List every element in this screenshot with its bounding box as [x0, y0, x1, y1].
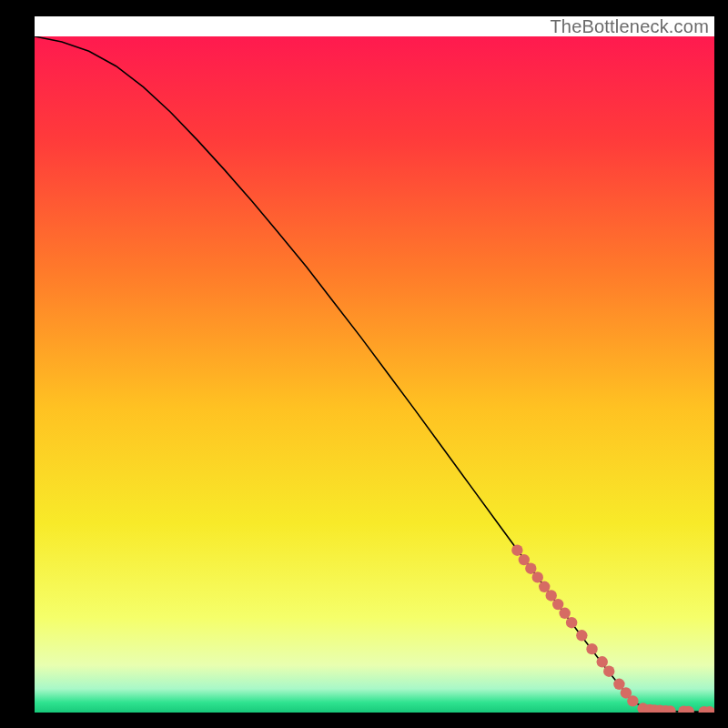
- data-point: [559, 608, 570, 619]
- data-point: [603, 665, 614, 676]
- watermark-text: TheBottleneck.com: [550, 16, 709, 37]
- data-point: [627, 695, 638, 706]
- data-point: [597, 656, 608, 667]
- data-point: [511, 544, 522, 555]
- data-point: [532, 571, 543, 582]
- gradient-background: [35, 36, 714, 713]
- chart-frame: TheBottleneck.com: [35, 16, 714, 713]
- data-point: [586, 643, 597, 654]
- data-point: [566, 617, 577, 628]
- chart-plot: [35, 36, 714, 713]
- data-point: [576, 630, 587, 641]
- chart-svg: [35, 36, 714, 713]
